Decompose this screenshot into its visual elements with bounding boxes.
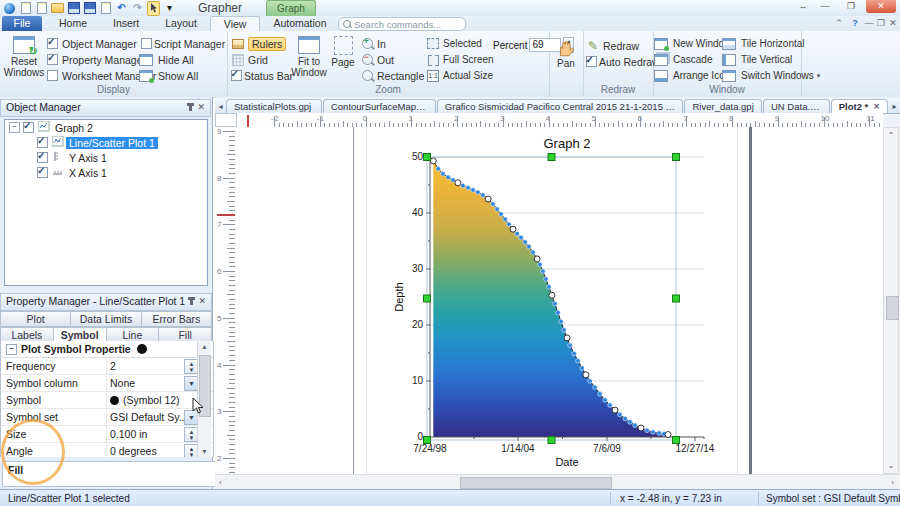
open-icon[interactable]: [51, 2, 64, 14]
ribbon-checkbox-status-bar[interactable]: Status Bar: [232, 68, 293, 83]
close-tab-icon[interactable]: ✕: [873, 100, 880, 113]
vertical-scrollbar[interactable]: ⌃ ⌄: [883, 127, 899, 474]
object-manager-panel: Object Manager ✕ −Graph 2Line/Scatter Pl…: [0, 99, 211, 292]
selection-handle[interactable]: [673, 154, 680, 161]
redo-icon[interactable]: ↷: [131, 2, 144, 14]
selection-handle[interactable]: [548, 437, 555, 444]
page-button[interactable]: Page: [329, 36, 357, 68]
close-panel-icon[interactable]: ✕: [198, 296, 206, 307]
close-panel-icon[interactable]: ✕: [197, 102, 205, 113]
collapse-icon[interactable]: −: [6, 344, 17, 355]
visibility-checkbox[interactable]: [37, 167, 48, 178]
horizontal-scrollbar[interactable]: ‹ ›: [215, 474, 900, 489]
ribbon-button-switch-windows[interactable]: Switch Windows▾: [725, 68, 820, 83]
file-menu-button[interactable]: File: [2, 16, 42, 31]
tab-layout[interactable]: Layout: [152, 16, 210, 31]
tree-item-line-scatter-plot-1[interactable]: Line/Scatter Plot 1: [25, 135, 207, 150]
tab-view[interactable]: View: [210, 16, 261, 31]
pin-icon[interactable]: [189, 103, 192, 111]
visibility-checkbox[interactable]: [23, 122, 34, 133]
pin-icon[interactable]: [190, 297, 193, 305]
ribbon-button-tile-vertical[interactable]: Tile Vertical: [725, 52, 820, 67]
tab-automation[interactable]: Automation: [260, 16, 339, 31]
section-plot-symbol-properties[interactable]: −Plot Symbol Properties: [1, 341, 213, 358]
selection-handle[interactable]: [424, 437, 431, 444]
collapse-icon[interactable]: −: [9, 122, 20, 133]
property-tab-error-bars[interactable]: Error Bars: [142, 311, 212, 327]
property-manager-header[interactable]: Property Manager - Line/Scatter Plot 1 ✕: [0, 293, 212, 311]
point-marker: [553, 301, 558, 306]
plot-canvas[interactable]: 010203040507/24/981/14/047/6/0912/27/14G…: [237, 127, 883, 474]
property-row-symbol[interactable]: Symbol(Symbol 12): [1, 392, 213, 409]
ribbon-checkbox-script-manager[interactable]: Script Manager: [142, 36, 225, 51]
ribbon-button-show-all[interactable]: Show All: [142, 68, 225, 83]
app-logo-icon[interactable]: [3, 2, 16, 14]
property-tab-data-limits[interactable]: Data Limits: [71, 311, 141, 327]
document-tab-contoursurfacemaps-gpj[interactable]: ContourSurfaceMaps.gpj: [323, 99, 436, 113]
tree-item-graph-2[interactable]: −Graph 2: [9, 120, 207, 135]
ribbon-button-hide-all[interactable]: Hide All: [142, 52, 225, 67]
contextual-tab-graph[interactable]: Graph: [266, 0, 316, 16]
undo-icon[interactable]: ↶: [115, 2, 128, 14]
ribbon-button-rectangle[interactable]: Rectangle: [361, 68, 424, 83]
restore-button[interactable]: ❐: [838, 0, 864, 13]
new-project-icon[interactable]: [35, 2, 48, 14]
object-manager-header[interactable]: Object Manager ✕: [0, 99, 211, 117]
ribbon-button-grid[interactable]: Grid: [232, 52, 293, 67]
document-tab-un-data-gpj[interactable]: UN Data.gpj: [763, 99, 830, 113]
property-row-size[interactable]: Size0.100 in▲▼: [1, 426, 213, 443]
minimize-button[interactable]: —: [812, 0, 838, 13]
pan-button[interactable]: Pan: [552, 38, 580, 69]
selection-handle[interactable]: [424, 295, 431, 302]
doc-tab-scroll-left[interactable]: ◂: [215, 100, 226, 113]
selection-handle[interactable]: [673, 437, 680, 444]
save-icon[interactable]: [67, 2, 80, 14]
selection-handle[interactable]: [548, 154, 555, 161]
property-row-symbol-column[interactable]: Symbol columnNone▼: [1, 375, 213, 392]
document-tab-river-data-gpj[interactable]: River_data.gpj: [684, 99, 762, 113]
selection-handle[interactable]: [424, 154, 431, 161]
document-tab-plot2[interactable]: Plot2 *✕: [831, 99, 888, 113]
ribbon-checkbox-auto-redraw[interactable]: Auto Redraw: [587, 54, 660, 69]
tree-item-y-axis-1[interactable]: Y Axis 1: [25, 150, 207, 165]
ribbon-button-redraw[interactable]: ✎Redraw: [587, 38, 660, 53]
vertical-scrollbar-thumb[interactable]: [886, 296, 899, 320]
document-tab-statisticalplots-gpj[interactable]: StatisticalPlots.gpj: [226, 99, 322, 113]
horizontal-scrollbar-thumb[interactable]: [460, 477, 612, 489]
property-row-angle[interactable]: Angle0 degrees▲▼: [1, 443, 213, 457]
tab-insert[interactable]: Insert: [100, 16, 152, 31]
reset-windows-button[interactable]: ↻ Reset Windows: [4, 36, 44, 78]
property-tab-plot[interactable]: Plot: [0, 311, 71, 327]
ribbon-button-selected[interactable]: Selected: [427, 36, 494, 51]
visibility-checkbox[interactable]: [37, 137, 48, 148]
ribbon-button-actual-size[interactable]: 1:1Actual Size: [427, 68, 494, 83]
tree-item-x-axis-1[interactable]: X Axis 1: [25, 165, 207, 180]
doc-close-button[interactable]: ✕: [886, 16, 900, 30]
ribbon-button-rulers[interactable]: Rulers: [232, 36, 293, 51]
doc-tab-scroll-right[interactable]: ▸: [889, 100, 900, 113]
tab-home[interactable]: Home: [46, 16, 100, 31]
ribbon-button-tile-horizontal[interactable]: Tile Horizontal: [725, 36, 820, 51]
fit-to-window-button[interactable]: Fit to Window: [289, 36, 329, 78]
app-title: Grapher: [198, 1, 242, 15]
property-row-frequency[interactable]: Frequency2▲▼: [1, 358, 213, 375]
close-button[interactable]: ✕: [866, 0, 896, 13]
document-tab-grafico-sismicidad-pacifico-central-2015-21-1-2015-version-2-gpj[interactable]: Grafico Sismicidad Pacifico Central 2015…: [437, 99, 684, 113]
visibility-checkbox[interactable]: [37, 152, 48, 163]
ribbon-button-out[interactable]: −Out: [361, 52, 424, 67]
search-icon: [343, 20, 351, 28]
property-row-symbol-set[interactable]: Symbol setGSI Default Sy...▼: [1, 409, 213, 426]
graph2-chart[interactable]: 010203040507/24/981/14/047/6/0912/27/14G…: [237, 127, 883, 474]
search-commands-box[interactable]: Search commands...: [338, 17, 466, 31]
save-all-icon[interactable]: [83, 2, 96, 14]
customize-toolbar-icon[interactable]: ▾: [163, 2, 176, 14]
collapse-ribbon-icon[interactable]: ⌃: [832, 16, 846, 30]
selection-handle[interactable]: [673, 295, 680, 302]
select-cursor-icon[interactable]: [147, 2, 160, 14]
area-fill[interactable]: [433, 161, 668, 437]
new-document-icon[interactable]: [19, 2, 32, 14]
help-icon[interactable]: ?: [848, 16, 862, 30]
ribbon-button-full-screen[interactable]: Full Screen: [427, 52, 494, 67]
print-icon[interactable]: [99, 2, 112, 14]
ribbon-button-in[interactable]: +In: [361, 36, 424, 51]
